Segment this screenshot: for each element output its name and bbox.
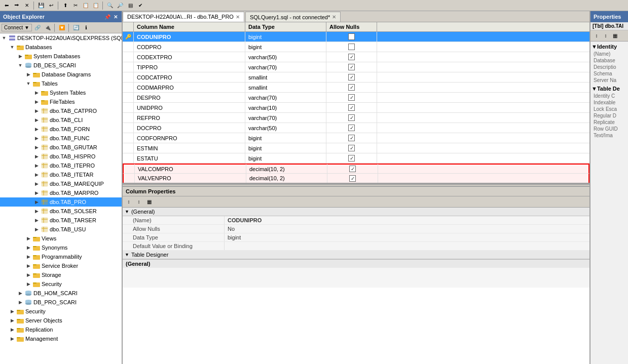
grid-row[interactable]: STAPRObit [123, 184, 589, 184]
allow-nulls-checkbox[interactable] [348, 114, 355, 121]
toolbar-btn-5[interactable]: ↩ [47, 1, 56, 10]
grid-row[interactable]: CODPRObigint [123, 42, 589, 52]
allow-nulls-cell[interactable] [326, 153, 377, 164]
allow-nulls-checkbox[interactable] [348, 44, 355, 50]
grid-row[interactable]: TIPPROvarchar(70) [123, 62, 589, 72]
grid-row[interactable]: ESTMINbigint [123, 143, 589, 153]
col-props-btn-2[interactable]: ↕ [134, 197, 143, 207]
allow-nulls-checkbox[interactable] [349, 175, 356, 182]
grid-row[interactable]: ESTATUbigint [123, 153, 589, 164]
tree-expander[interactable]: ▶ [32, 134, 41, 142]
grid-row[interactable]: DESPROvarchar(70) [123, 93, 589, 103]
allow-nulls-cell[interactable] [326, 52, 377, 62]
properties-scrollable[interactable]: ▼ Identity (Name) Database Descriptio Sc… [590, 42, 628, 364]
allow-nulls-checkbox[interactable] [348, 74, 355, 80]
grid-row[interactable]: CODFORNPRObigint [123, 133, 589, 143]
allow-nulls-cell[interactable] [327, 173, 378, 183]
tree-item-db_pro_scari[interactable]: ▶DB_PRO_SCARI [0, 298, 122, 307]
tree-item-db_diagrams[interactable]: ▶Database Diagrams [0, 70, 122, 79]
toolbar-btn-2[interactable]: ⮕ [12, 1, 21, 10]
tree-expander[interactable]: ▶ [24, 253, 32, 261]
tree-expander[interactable]: ▶ [16, 52, 24, 60]
tree-item-tab_usu[interactable]: ▶dbo.TAB_USU [0, 225, 122, 234]
general-section-header[interactable]: ▼ (General) [123, 208, 589, 216]
tree-expander[interactable]: ▶ [32, 161, 41, 170]
tree-item-storage[interactable]: ▶Storage [0, 270, 122, 279]
tree-expander[interactable]: ▶ [24, 271, 32, 279]
grid-row[interactable]: VALCOMPROdecimal(10, 2) [123, 164, 589, 174]
allow-nulls-checkbox[interactable] [348, 54, 355, 60]
props-btn-3[interactable]: ▦ [610, 31, 619, 41]
explorer-btn-1[interactable]: 🔗 [33, 23, 42, 32]
tree-expander[interactable]: ▶ [24, 280, 32, 288]
tree-item-system_dbs[interactable]: ▶System Databases [0, 52, 122, 61]
tree-item-root[interactable]: ▼DESKTOP-H22A0UA\SQLEXPRESS (SQL [0, 33, 122, 43]
tree-expander[interactable]: ▼ [8, 43, 16, 51]
tree-expander[interactable]: ▶ [24, 70, 32, 78]
tree-expander[interactable]: ▶ [32, 143, 41, 151]
allow-nulls-checkbox[interactable] [348, 125, 355, 131]
tree-item-service_broker[interactable]: ▶Service Broker [0, 261, 122, 270]
explorer-props-btn[interactable]: ℹ [82, 23, 91, 32]
allow-nulls-checkbox[interactable] [348, 33, 355, 40]
allow-nulls-checkbox[interactable] [348, 135, 355, 141]
tree-item-tab_func[interactable]: ▶dbo.TAB_FUNC [0, 134, 122, 143]
tree-item-replication[interactable]: ▶Replication [0, 325, 122, 334]
allow-nulls-cell[interactable] [326, 42, 377, 52]
identity-section-header[interactable]: ▼ Identity [592, 43, 627, 51]
toolbar-btn-13[interactable]: ✔ [136, 1, 145, 10]
grid-row[interactable]: CODCATPROsmallint [123, 72, 589, 83]
close-panel-icon[interactable]: ✕ [113, 14, 119, 20]
allow-nulls-cell[interactable] [326, 113, 377, 123]
tree-item-tab_itepro[interactable]: ▶dbo.TAB_ITEPRO [0, 161, 122, 170]
tree-expander[interactable]: ▶ [32, 89, 41, 97]
tree-expander[interactable]: ▶ [24, 244, 32, 252]
tree-expander[interactable]: ▶ [32, 116, 41, 124]
allow-nulls-checkbox[interactable] [348, 155, 355, 161]
tree-expander[interactable]: ▶ [8, 335, 16, 343]
tree-item-tab_tarser[interactable]: ▶dbo.TAB_TARSER [0, 216, 122, 225]
explorer-refresh-btn[interactable]: 🔄 [71, 23, 81, 32]
allow-nulls-cell[interactable] [326, 62, 377, 72]
tree-item-tab_grutar[interactable]: ▶dbo.TAB_GRUTAR [0, 143, 122, 152]
props-btn-1[interactable]: ↕ [592, 31, 601, 41]
col-props-btn-3[interactable]: ▦ [144, 197, 154, 207]
toolbar-btn-9[interactable]: 📋 [91, 1, 100, 10]
tree-expander[interactable]: ▶ [8, 307, 16, 315]
tree-item-security_db[interactable]: ▶Security [0, 279, 122, 289]
tree-item-tab_hispro[interactable]: ▶dbo.TAB_HISPRO [0, 152, 122, 161]
tree-item-filetables[interactable]: ▶FileTables [0, 97, 122, 106]
grid-row[interactable]: 🔑CODUNIPRObigint [123, 32, 589, 42]
allow-nulls-cell[interactable] [326, 143, 377, 153]
toolbar-btn-4[interactable]: 💾 [36, 1, 46, 10]
tree-expander[interactable]: ▼ [0, 34, 8, 42]
allow-nulls-checkbox[interactable] [348, 104, 355, 111]
allow-nulls-cell[interactable] [326, 32, 377, 42]
tree-expander[interactable]: ▶ [32, 171, 41, 179]
grid-row[interactable]: REFPROvarchar(70) [123, 113, 589, 123]
tree-item-db_hom_scari[interactable]: ▶DB_HOM_SCARI [0, 289, 122, 298]
toolbar-btn-8[interactable]: 📋 [81, 1, 90, 10]
pin-icon[interactable]: 📌 [103, 14, 112, 20]
tree-item-tab_forn[interactable]: ▶dbo.TAB_FORN [0, 125, 122, 134]
toolbar-btn-11[interactable]: 🔎 [116, 1, 125, 10]
tree-expander[interactable]: ▶ [16, 289, 24, 297]
tree-expander[interactable]: ▶ [24, 262, 32, 270]
tree-expander[interactable]: ▼ [16, 61, 24, 69]
tree-expander[interactable]: ▶ [32, 207, 41, 215]
tree-item-tab_itetar[interactable]: ▶dbo.TAB_ITETAR [0, 170, 122, 179]
allow-nulls-cell[interactable] [326, 133, 377, 143]
props-btn-2[interactable]: ↕ [601, 31, 610, 41]
toolbar-btn-1[interactable]: ⬅ [2, 1, 11, 10]
tree-item-management[interactable]: ▶Management [0, 334, 122, 343]
tree-item-tab_catpro[interactable]: ▶dbo.TAB_CATPRO [0, 106, 122, 115]
tree-expander[interactable]: ▶ [32, 98, 41, 106]
tree-item-security_top[interactable]: ▶Security [0, 307, 122, 316]
tab-table-editor[interactable]: DESKTOP-H22A0UA\...RI - dbo.TAB_PRO ✕ [123, 12, 244, 22]
explorer-btn-2[interactable]: 🔌 [43, 23, 52, 32]
explorer-filter-btn[interactable]: 🔽 [57, 23, 66, 32]
toolbar-btn-12[interactable]: ▤ [126, 1, 135, 10]
grid-row[interactable]: DOCPROvarchar(50) [123, 123, 589, 133]
tree-item-tab_pro[interactable]: ▶dbo.TAB_PRO [0, 197, 122, 207]
tree-expander[interactable]: ▶ [32, 180, 41, 188]
